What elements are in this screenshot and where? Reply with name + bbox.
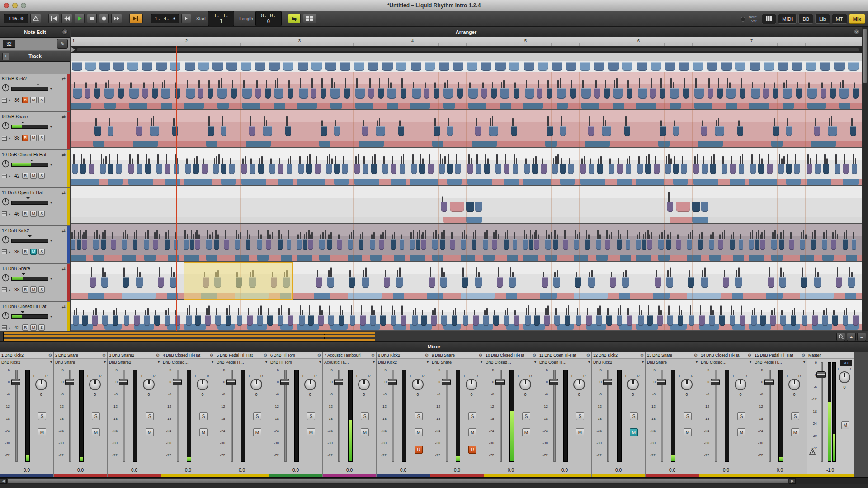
- velocity-pin[interactable]: [215, 230, 217, 239]
- velocity-pin[interactable]: [576, 272, 577, 277]
- velocity-pin[interactable]: [434, 118, 436, 126]
- velocity-pin[interactable]: [609, 158, 611, 164]
- note-block[interactable]: [297, 239, 302, 250]
- overview-block[interactable]: [792, 62, 802, 71]
- velocity-pin[interactable]: [123, 232, 124, 239]
- note-block[interactable]: [401, 88, 406, 99]
- velocity-pin[interactable]: [526, 308, 527, 315]
- velocity-pin[interactable]: [250, 158, 252, 164]
- note-block[interactable]: [666, 277, 673, 288]
- velocity-pin[interactable]: [198, 80, 200, 88]
- velocity-pin[interactable]: [93, 310, 94, 315]
- velocity-pin[interactable]: [304, 234, 305, 239]
- groove-swap-icon[interactable]: ⇄: [62, 152, 66, 157]
- velocity-pin[interactable]: [166, 154, 167, 164]
- velocity-pin[interactable]: [733, 310, 734, 315]
- note-block[interactable]: [688, 277, 694, 288]
- velocity-pin[interactable]: [226, 308, 228, 315]
- velocity-pin[interactable]: [810, 158, 811, 164]
- overview-block[interactable]: [439, 62, 449, 71]
- velocity-pin[interactable]: [385, 230, 386, 239]
- note-block[interactable]: [730, 164, 736, 174]
- velocity-pin[interactable]: [475, 230, 476, 239]
- velocity-pin[interactable]: [740, 156, 741, 164]
- note-block[interactable]: [101, 239, 106, 250]
- velocity-pin[interactable]: [561, 158, 562, 164]
- note-block[interactable]: [701, 126, 707, 136]
- velocity-pin[interactable]: [300, 305, 301, 315]
- note-block[interactable]: [544, 315, 550, 326]
- note-block[interactable]: [497, 277, 503, 288]
- velocity-pin[interactable]: [733, 232, 734, 239]
- solo-button[interactable]: S: [307, 412, 315, 420]
- velocity-pin[interactable]: [419, 230, 420, 239]
- velocity-pin[interactable]: [447, 80, 448, 88]
- note-block[interactable]: [513, 239, 517, 250]
- note-block[interactable]: [534, 239, 539, 250]
- note-block[interactable]: [749, 239, 754, 250]
- velocity-pin[interactable]: [524, 230, 525, 239]
- velocity-pin[interactable]: [328, 270, 330, 277]
- velocity-pin[interactable]: [168, 308, 169, 315]
- overview-block[interactable]: [283, 62, 293, 71]
- note-block[interactable]: [853, 315, 859, 326]
- velocity-pin[interactable]: [360, 234, 361, 239]
- velocity-pin[interactable]: [258, 308, 259, 315]
- velocity-pin[interactable]: [127, 234, 128, 239]
- velocity-pin[interactable]: [288, 308, 290, 315]
- overview-block[interactable]: [212, 62, 223, 71]
- velocity-pin[interactable]: [351, 232, 352, 239]
- velocity-pin[interactable]: [208, 305, 210, 315]
- gear-icon[interactable]: ⚙: [586, 353, 590, 357]
- dial-icon[interactable]: [2, 160, 9, 169]
- fader-handle[interactable]: [173, 379, 182, 385]
- solo-button[interactable]: S: [38, 173, 45, 179]
- velocity-pin[interactable]: [673, 82, 674, 88]
- velocity-pin[interactable]: [112, 232, 113, 239]
- note-block[interactable]: [850, 126, 856, 136]
- velocity-pin[interactable]: [102, 267, 104, 277]
- fader-handle[interactable]: [816, 371, 826, 378]
- note-block[interactable]: [822, 239, 827, 250]
- note-block[interactable]: [455, 164, 461, 174]
- velocity-pin[interactable]: [365, 267, 367, 277]
- velocity-pin[interactable]: [716, 120, 717, 126]
- velocity-pin[interactable]: [797, 82, 798, 88]
- velocity-pin[interactable]: [469, 82, 471, 88]
- velocity-pin[interactable]: [440, 154, 441, 164]
- overview-block[interactable]: [594, 62, 605, 71]
- velocity-pin[interactable]: [329, 154, 330, 164]
- velocity-pin[interactable]: [71, 232, 73, 239]
- velocity-pin[interactable]: [835, 230, 836, 239]
- velocity-pin[interactable]: [155, 310, 156, 315]
- note-block[interactable]: [778, 164, 784, 174]
- velocity-pin[interactable]: [532, 234, 533, 239]
- velocity-pin[interactable]: [609, 234, 610, 239]
- note-block[interactable]: [195, 315, 201, 326]
- velocity-slider[interactable]: [11, 314, 48, 319]
- velocity-pin[interactable]: [648, 234, 650, 239]
- mute-button[interactable]: M: [361, 428, 369, 436]
- velocity-pin[interactable]: [525, 158, 527, 164]
- velocity-pin[interactable]: [781, 158, 783, 164]
- velocity-pin[interactable]: [584, 156, 585, 164]
- velocity-pin[interactable]: [207, 230, 208, 239]
- overview-block[interactable]: [693, 62, 703, 71]
- note-block[interactable]: [610, 277, 616, 288]
- arranger-track-row[interactable]: [71, 72, 862, 110]
- velocity-pin[interactable]: [660, 78, 662, 88]
- note-block[interactable]: [779, 277, 786, 288]
- velocity-pin[interactable]: [330, 267, 332, 277]
- gear-icon[interactable]: ⚙: [371, 353, 375, 357]
- note-block[interactable]: [195, 239, 200, 250]
- velocity-pin[interactable]: [712, 310, 714, 315]
- note-block[interactable]: [657, 315, 663, 326]
- mute-button[interactable]: M: [737, 428, 745, 436]
- grid-icon[interactable]: [2, 136, 7, 141]
- note-block[interactable]: [237, 315, 243, 326]
- velocity-pin[interactable]: [577, 308, 578, 315]
- fader-handle[interactable]: [334, 379, 343, 385]
- note-edit-value-field[interactable]: 32: [3, 40, 15, 48]
- velocity-pin[interactable]: [451, 232, 453, 239]
- tab-bb[interactable]: BB: [798, 14, 813, 24]
